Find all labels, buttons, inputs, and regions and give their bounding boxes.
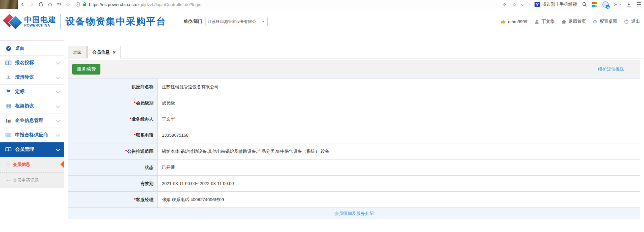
main-area: 桌面 会员信息 × 服务续费 维护短信推送 供应商名称 江苏钰琨源管道设备有限公… — [64, 34, 644, 219]
row-value: 江苏钰琨源管道设备有限公司 — [158, 79, 640, 95]
sidebar-item-qualified-supplier[interactable]: 申报合格供应商 — [0, 128, 64, 142]
required-mark: * — [134, 133, 136, 138]
bookmark-star-icon[interactable]: ☆ — [63, 0, 73, 9]
sidebar-item-clarification[interactable]: ⚓ 澄清异议 — [0, 70, 64, 85]
return-home-link[interactable]: 返回首页 — [569, 18, 586, 25]
apps-grid-icon[interactable] — [592, 2, 597, 7]
screenshot-scissors-button[interactable]: ✂ — [614, 2, 621, 7]
tab-member-info[interactable]: 会员信息 × — [87, 46, 121, 58]
extension-bookmark[interactable]: 戍边烈士手机解锁 — [535, 1, 577, 7]
logo-text: 中国电建 POWERCHINA — [24, 16, 56, 27]
submenu-item-label: 会员申请记录 — [13, 177, 39, 183]
sidebar-item-label: 申报合格供应商 — [15, 132, 48, 138]
menu-hamburger-icon[interactable] — [637, 2, 641, 6]
favorites-star-icon[interactable]: ☆ — [512, 2, 516, 7]
flag-icon — [5, 89, 11, 94]
back-button[interactable] — [18, 0, 27, 9]
row-label: *会员级别 — [68, 95, 158, 111]
table-row: 有效期 2021-03-11 00:00~ 2022-03-11 00:00 — [68, 176, 640, 192]
table-row: *公告推送范围 锅炉本体,锅炉辅助设备,其他电站锅炉及辅助设备,产品分类,集中供… — [68, 143, 640, 159]
home-button[interactable] — [45, 0, 54, 9]
required-mark: * — [134, 197, 136, 202]
sidebar-item-label: 定标 — [15, 89, 25, 95]
chevron-down-icon[interactable] — [521, 2, 525, 6]
extension-label: 戍边烈士手机解锁 — [542, 1, 577, 7]
chevron-down-icon — [56, 147, 60, 151]
row-label: *公告推送范围 — [68, 143, 158, 159]
sms-push-link[interactable]: 维护短信推送 — [598, 66, 624, 72]
app-header: 中国电建 POWERCHINA 设备物资集中采购平台 单位/部门 江苏钰琨源管道… — [0, 9, 644, 34]
dashboard-icon — [5, 46, 11, 51]
search-icon[interactable] — [582, 2, 587, 7]
content-toolbar: 服务续费 维护短信推送 — [68, 60, 640, 79]
chevron-down-icon — [56, 60, 60, 65]
user-name[interactable]: 丁文华 — [542, 18, 555, 25]
row-value: 锅炉本体,锅炉辅助设备,其他电站锅炉及辅助设备,产品分类,集中供气设备（系统）,… — [158, 143, 640, 159]
restore-tab-button[interactable] — [54, 0, 63, 9]
row-value: 丁文华 — [158, 111, 640, 127]
row-value: 13358075168 — [158, 127, 640, 143]
account-id[interactable]: nthm9999 — [508, 19, 527, 24]
home-icon — [561, 19, 566, 24]
sidebar-item-label: 报名投标 — [15, 60, 34, 66]
required-mark: * — [125, 149, 127, 154]
anchor-icon: ⚓ — [5, 75, 11, 80]
row-label: *客服经理 — [68, 192, 158, 208]
required-mark: * — [130, 117, 131, 122]
row-value: 张娟 联系电话 4006274006转09 — [158, 192, 640, 208]
sidebar-item-membership[interactable]: 会员管理 — [0, 142, 64, 157]
url-text[interactable]: https://ec.powerchina.cn/zgdjdzzb/loginC… — [89, 2, 201, 7]
sidebar-item-desktop[interactable]: 桌面 — [0, 41, 64, 56]
book-icon — [5, 60, 11, 65]
account-status-icon[interactable]: 1 — [602, 1, 609, 8]
tab-bar: 桌面 会员信息 × — [64, 45, 644, 58]
address-bar[interactable]: https://ec.powerchina.cn/zgdjdzzb/loginC… — [75, 2, 201, 7]
row-label: *业务经办人 — [68, 111, 158, 127]
table-icon — [5, 104, 11, 108]
sidebar-item-bidding[interactable]: 报名投标 — [0, 56, 64, 70]
header-divider — [60, 14, 61, 29]
configure-desktop-link[interactable]: 配置桌面 — [600, 18, 617, 25]
table-row: *客服经理 张娟 联系电话 4006274006转09 — [68, 192, 640, 208]
sidebar-item-award[interactable]: 定标 — [0, 85, 64, 99]
download-icon[interactable] — [626, 2, 632, 7]
gear-icon: ⚙ — [593, 19, 597, 24]
keyboard-icon — [5, 133, 11, 137]
table-row: *会员级别 成员级 — [68, 95, 640, 111]
row-label: 供应商名称 — [68, 79, 158, 95]
separator — [529, 2, 530, 7]
org-select[interactable]: 江苏钰琨源管道设备有限公 ▼ — [205, 17, 268, 26]
user-toolbar: nthm9999 丁文华 返回首页 ⚙ 配置桌面 退出 — [501, 18, 640, 25]
lock-icon — [82, 2, 87, 7]
active-item-marker — [60, 161, 64, 168]
sidebar: 桌面 报名投标 ⚓ 澄清异议 定标 框架协议 — [0, 41, 64, 232]
row-value: 2021-03-11 00:00~ 2022-03-11 00:00 — [158, 176, 640, 192]
logout-link[interactable]: 退出 — [631, 18, 640, 25]
star-glyph: ☆ — [66, 2, 70, 7]
submenu-item-label: 会员信息 — [13, 161, 30, 168]
browser-toolbar: ☆ https://ec.powerchina.cn/zgdjdzzb/logi… — [0, 0, 644, 9]
submenu-item-member-info[interactable]: 会员信息 — [0, 157, 64, 172]
lightning-icon[interactable] — [502, 2, 507, 7]
sidebar-item-framework[interactable]: 框架协议 — [0, 99, 64, 113]
submenu-item-member-application-log[interactable]: 会员申请记录 — [0, 172, 64, 188]
sidebar-item-company-info[interactable]: 企业信息管理 — [0, 113, 64, 128]
tab-label: 桌面 — [73, 49, 82, 55]
caret-down-icon — [619, 4, 621, 5]
sidebar-item-label: 澄清异议 — [15, 74, 34, 80]
sidebar-item-label: 会员管理 — [15, 146, 34, 152]
scissors-icon: ✂ — [614, 2, 618, 7]
forward-button[interactable] — [27, 0, 36, 9]
tab-desktop[interactable]: 桌面 — [68, 46, 87, 58]
member-notice-link[interactable]: 会员须知及服务介绍 — [334, 211, 374, 216]
sidebar-item-label: 框架协议 — [15, 103, 34, 109]
service-renewal-button[interactable]: 服务续费 — [72, 64, 100, 75]
browser-right-icons: ☆ 戍边烈士手机解锁 1 ✂ — [502, 1, 641, 8]
row-label: 有效期 — [68, 176, 158, 192]
reload-button[interactable] — [36, 0, 45, 9]
power-icon — [624, 19, 629, 24]
shield-icon[interactable] — [75, 2, 80, 7]
tab-label: 会员信息 — [92, 49, 110, 55]
close-icon[interactable]: × — [113, 50, 116, 55]
row-label: 状态 — [68, 159, 158, 176]
